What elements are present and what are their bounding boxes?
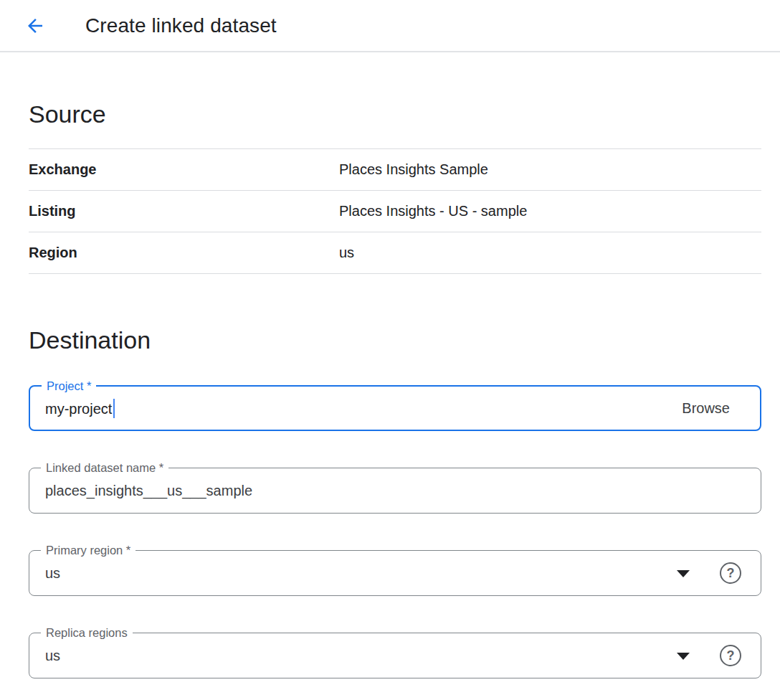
region-value: us — [339, 245, 354, 261]
destination-section-heading: Destination — [29, 324, 761, 356]
exchange-label: Exchange — [29, 161, 339, 178]
help-icon[interactable]: ? — [720, 562, 741, 584]
source-info-table: Exchange Places Insights Sample Listing … — [29, 148, 761, 274]
page-header: Create linked dataset — [0, 0, 780, 52]
help-icon[interactable]: ? — [720, 645, 741, 666]
project-field[interactable]: Project * my-project Browse — [29, 385, 761, 431]
main-content: Source Exchange Places Insights Sample L… — [0, 98, 780, 678]
linked-dataset-name-value: places_insights___us___sample — [29, 483, 252, 499]
back-button[interactable] — [24, 14, 47, 37]
page-title: Create linked dataset — [85, 14, 277, 37]
replica-regions-value: us — [29, 648, 60, 664]
linked-dataset-name-field[interactable]: Linked dataset name * places_insights___… — [29, 468, 761, 514]
table-row-region: Region us — [29, 232, 761, 274]
source-section-heading: Source — [29, 98, 761, 130]
primary-region-label: Primary region * — [41, 543, 135, 558]
replica-regions-select[interactable]: Replica regions us ? — [29, 633, 761, 678]
table-row-listing: Listing Places Insights - US - sample — [29, 191, 761, 232]
exchange-value: Places Insights Sample — [339, 161, 488, 178]
arrow-left-icon — [24, 15, 46, 37]
linked-dataset-name-label: Linked dataset name * — [41, 460, 168, 476]
chevron-down-icon[interactable] — [677, 570, 690, 577]
replica-regions-label: Replica regions — [41, 625, 133, 640]
listing-label: Listing — [29, 203, 339, 219]
text-cursor — [113, 399, 115, 418]
primary-region-value: us — [29, 565, 60, 582]
region-label: Region — [29, 245, 339, 261]
primary-region-select[interactable]: Primary region * us ? — [29, 550, 761, 596]
browse-button[interactable]: Browse — [682, 400, 730, 417]
table-row-exchange: Exchange Places Insights Sample — [29, 149, 761, 191]
project-field-label: Project * — [42, 379, 96, 394]
listing-value: Places Insights - US - sample — [339, 203, 527, 219]
project-field-value: my-project — [30, 399, 115, 418]
chevron-down-icon[interactable] — [677, 653, 690, 660]
